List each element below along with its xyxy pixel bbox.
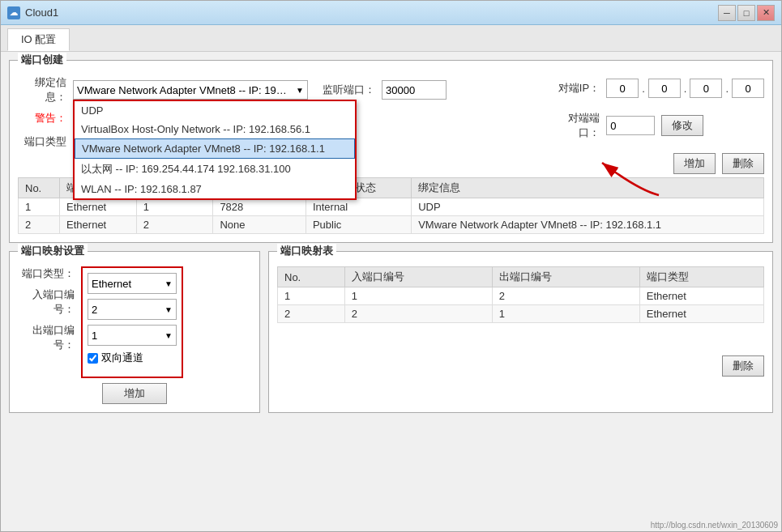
bidirectional-checkbox[interactable] — [88, 353, 98, 364]
cell-bind: UDP — [412, 198, 764, 216]
cell-status: Public — [306, 216, 411, 234]
map-col-no: No. — [278, 267, 345, 287]
dropdown-item-udp[interactable]: UDP — [75, 101, 355, 120]
bind-dropdown[interactable]: VMware Network Adapter VMnet8 -- IP: 192… — [73, 80, 308, 100]
mapping-type-label: 端口类型： — [18, 266, 75, 281]
map-cell-no: 1 — [278, 287, 345, 305]
minimize-button[interactable]: ─ — [718, 5, 736, 21]
add-port-button[interactable]: 增加 — [673, 153, 716, 174]
map-cell-no: 2 — [278, 305, 345, 323]
remote-port-row: 对端端口： 修改 — [551, 111, 764, 140]
mapping-in-label: 入端口编号： — [18, 287, 75, 317]
map-delete-button[interactable]: 删除 — [722, 355, 764, 377]
bind-dropdown-arrow: ▼ — [296, 86, 304, 95]
mapping-settings-title: 端口映射设置 — [18, 244, 88, 258]
warn-label: 警告： — [18, 111, 66, 126]
cell-type: Ethernet — [60, 216, 137, 234]
map-cell-type: Ethernet — [639, 305, 763, 323]
remote-ip-label: 对端IP： — [551, 81, 600, 96]
tabs-bar: IO 配置 — [1, 25, 781, 52]
port-mapping-settings: 端口映射设置 端口类型： 入端口编号： 出端口编号： — [9, 251, 260, 413]
port-create-title: 端口创建 — [18, 53, 66, 67]
dropdown-item-wlan[interactable]: WLAN -- IP: 192.168.1.87 — [75, 180, 355, 198]
map-col-out: 出端口编号 — [492, 267, 639, 287]
ip-field-2[interactable] — [648, 79, 681, 98]
map-col-in: 入端口编号 — [344, 267, 492, 287]
window-title: Cloud1 — [25, 6, 58, 19]
mapping-settings-inner: 端口类型： 入端口编号： 出端口编号： — [10, 252, 259, 412]
main-window: ☁ Cloud1 ─ □ ✕ IO 配置 端口创建 绑定信息： — [0, 0, 782, 532]
remote-port-input[interactable] — [606, 116, 655, 135]
col-bind-info: 绑定信息 — [412, 178, 764, 198]
mapping-in-dropdown[interactable]: 2 ▼ — [88, 299, 177, 320]
mapping-out-dropdown[interactable]: 1 ▼ — [88, 325, 177, 346]
listen-port-label: 监听端口： — [323, 83, 375, 97]
bind-label: 绑定信息： — [18, 75, 66, 104]
map-cell-out: 1 — [492, 305, 639, 323]
bidirectional-row: 双向通道 — [88, 351, 177, 365]
tab-io-config[interactable]: IO 配置 — [7, 28, 70, 51]
remote-ip-row: 对端IP： . . . — [551, 79, 764, 98]
port-create-section: 端口创建 绑定信息： VMware Network Adapter VMnet8… — [9, 60, 773, 243]
mapping-type-value: Ethernet — [92, 278, 131, 290]
dropdown-item-ethernet[interactable]: 以太网 -- IP: 169.254.44.174 192.168.31.100 — [75, 159, 355, 180]
mapping-in-row: 入端口编号： — [18, 287, 75, 317]
cell-udp: None — [213, 216, 306, 234]
ip-field-3[interactable] — [690, 79, 722, 98]
mapping-type-arrow: ▼ — [165, 279, 173, 288]
map-table-row[interactable]: 2 2 1 Ethernet — [278, 305, 764, 323]
port-type-label: 端口类型 — [18, 134, 66, 149]
cell-bind: VMware Network Adapter VMnet8 -- IP: 192… — [412, 216, 764, 234]
ip-fields: . . . — [606, 79, 764, 98]
map-cell-out: 2 — [492, 287, 639, 305]
mapping-out-row: 出端口编号： — [18, 323, 75, 352]
ip-field-4[interactable] — [732, 79, 764, 98]
table-row[interactable]: 2 Ethernet 2 None Public VMware Network … — [19, 216, 764, 234]
mapping-out-arrow: ▼ — [165, 331, 173, 340]
mapping-in-dropdown-container: 2 ▼ — [88, 299, 177, 320]
map-cell-in: 1 — [344, 287, 492, 305]
mapping-type-dropdown-container: Ethernet ▼ — [88, 273, 177, 294]
watermark: http://blog.csdn.net/wxin_20130609 — [651, 521, 778, 530]
app-icon: ☁ — [7, 6, 20, 19]
cell-type: Ethernet — [60, 198, 137, 216]
bottom-sections: 端口映射设置 端口类型： 入端口编号： 出端口编号： — [9, 251, 773, 421]
title-bar: ☁ Cloud1 ─ □ ✕ — [1, 1, 781, 25]
mapping-table-title: 端口映射表 — [277, 244, 336, 258]
cell-status: Internal — [306, 198, 411, 216]
mapping-type-row: 端口类型： — [18, 266, 75, 281]
cell-udp: 7828 — [213, 198, 306, 216]
dropdown-item-vmnet8[interactable]: VMware Network Adapter VMnet8 -- IP: 192… — [75, 138, 355, 159]
col-no: No. — [19, 178, 60, 198]
mapping-settings-layout: 端口类型： 入端口编号： 出端口编号： — [18, 266, 251, 378]
map-cell-type: Ethernet — [639, 287, 763, 305]
bind-dropdown-value: VMware Network Adapter VMnet8 -- IP: 192… — [77, 84, 288, 96]
mapping-add-btn-row: 增加 — [18, 383, 251, 404]
bidirectional-label: 双向通道 — [101, 351, 143, 365]
bind-info-row: 绑定信息： VMware Network Adapter VMnet8 -- I… — [18, 75, 543, 104]
modify-button[interactable]: 修改 — [661, 115, 703, 136]
dropdown-item-vbox[interactable]: VirtualBox Host-Only Network -- IP: 192.… — [75, 120, 355, 138]
ip-dot-1: . — [642, 83, 645, 95]
cell-no: 1 — [19, 198, 60, 216]
main-content: 端口创建 绑定信息： VMware Network Adapter VMnet8… — [1, 52, 781, 531]
mapping-out-value: 1 — [92, 330, 97, 342]
mapping-table: No. 入端口编号 出端口编号 端口类型 1 1 2 Ether — [277, 266, 764, 323]
mapping-type-dropdown[interactable]: Ethernet ▼ — [88, 273, 177, 294]
title-bar-left: ☁ Cloud1 — [7, 6, 58, 19]
cell-port-num: 2 — [136, 216, 213, 234]
maximize-button[interactable]: □ — [737, 5, 755, 21]
ip-field-1[interactable] — [606, 79, 639, 98]
port-mapping-table-section: 端口映射表 No. 入端口编号 出端口编号 端口类型 — [268, 251, 773, 413]
mapping-add-button[interactable]: 增加 — [102, 383, 167, 404]
listen-port-input[interactable] — [382, 80, 447, 100]
map-table-row[interactable]: 1 1 2 Ethernet — [278, 287, 764, 305]
close-button[interactable]: ✕ — [757, 5, 775, 21]
map-delete-btn-row: 删除 — [277, 355, 764, 377]
mapping-dropdowns-box: Ethernet ▼ 2 ▼ — [81, 266, 183, 378]
mapping-in-value: 2 — [92, 304, 97, 316]
delete-port-button[interactable]: 删除 — [722, 153, 764, 174]
arrow-annotation — [594, 159, 667, 202]
mapping-table-inner: No. 入端口编号 出端口编号 端口类型 1 1 2 Ether — [269, 252, 772, 385]
map-cell-in: 2 — [344, 305, 492, 323]
